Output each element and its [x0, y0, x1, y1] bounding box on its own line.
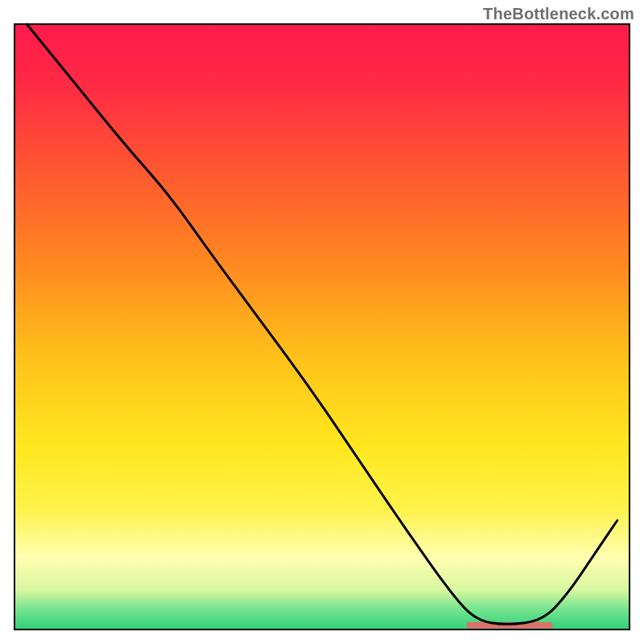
gradient-background: [14, 24, 630, 630]
bottleneck-chart: [0, 0, 644, 644]
